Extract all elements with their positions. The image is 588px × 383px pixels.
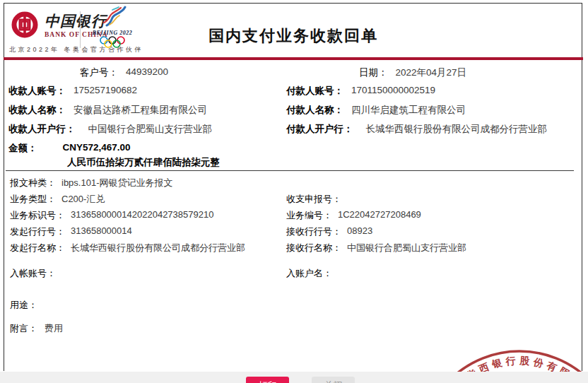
print-button[interactable]: 打印 — [246, 377, 289, 383]
payer-bank-row: 付款人开户行： 长城华西银行股份有限公司成都分行营业部 — [286, 123, 547, 136]
receipt-page: 中国银行 BANK OF CHINA BEIJING 2022 北京20 — [0, 0, 588, 383]
amount-in-words-row: 人民币伍拾柒万贰仟肆佰陆拾柒元整 — [67, 156, 220, 169]
payer-name-row: 付款人名称： 四川华启建筑工程有限公司 — [286, 104, 466, 117]
payee-name-label: 收款人名称： — [8, 104, 66, 117]
customer-number-row: 客户号： 44939200 — [80, 66, 168, 79]
send-bank-name-label: 发起行名称： — [10, 242, 65, 254]
biz-no-label: 业务编号： — [286, 209, 332, 222]
in-name-row: 入账户名： — [286, 267, 340, 280]
send-bank-name-value: 长城华西银行股份有限公司成都分行营业部 — [71, 242, 245, 254]
biz-id-value: 3136580000142022042738579210 — [71, 209, 213, 222]
amount-in-words: 人民币伍拾柒万贰仟肆佰陆拾柒元整 — [67, 156, 220, 169]
payee-account-value: 175257190682 — [74, 85, 137, 98]
message-type-row: 报文种类： ibps.101-网银贷记业务报文 — [10, 177, 172, 189]
amount-label: 金额： — [8, 142, 37, 155]
header-red-band — [4, 57, 583, 60]
biz-type-value: C200-汇兑 — [61, 193, 105, 206]
message-type-value: ibps.101-网银贷记业务报文 — [61, 177, 172, 189]
in-account-row: 入帐账号： — [10, 267, 64, 280]
payer-account-row: 付款人账号： 1701150000002519 — [286, 85, 435, 98]
send-bank-no-row: 发起行行号： 313658000014 — [10, 225, 132, 238]
in-account-label: 入帐账号： — [10, 267, 56, 280]
customer-number-label: 客户号： — [80, 66, 118, 79]
recv-bank-name-value: 中国银行合肥蜀山支行营业部 — [347, 242, 466, 254]
recv-bank-no-row: 接收行行号： 08923 — [286, 225, 372, 238]
recv-bank-name-label: 接收行名称： — [286, 242, 341, 254]
payer-account-value: 1701150000002519 — [351, 85, 435, 98]
remark-label: 附言： — [10, 322, 37, 335]
payer-name-label: 付款人名称： — [286, 104, 343, 117]
payee-bank-label: 收款人开户行： — [8, 123, 76, 136]
remark-value: 费用 — [45, 322, 63, 335]
payee-name-row: 收款人名称： 安徽昌达路桥工程集团有限公司 — [8, 104, 207, 117]
payee-bank-value: 中国银行合肥蜀山支行营业部 — [88, 123, 213, 136]
biz-type-label: 业务类型： — [10, 193, 56, 206]
purpose-row: 用途： — [10, 299, 45, 312]
remark-row: 附言： 费用 — [10, 322, 63, 335]
biz-type-row: 业务类型： C200-汇兑 — [10, 193, 105, 206]
date-value: 2022年04月27日 — [396, 66, 467, 79]
customer-number-value: 44939200 — [126, 66, 168, 79]
biz-id-row: 业务标识号： 3136580000142022042738579210 — [10, 209, 213, 222]
purpose-label: 用途： — [10, 299, 37, 312]
payer-bank-value: 长城华西银行股份有限公司成都分行营业部 — [366, 123, 548, 136]
biz-id-label: 业务标识号： — [10, 209, 65, 222]
date-label: 日期： — [359, 66, 388, 79]
bank-seal-stamp: 长城华西银行股份有限公司 — [406, 339, 588, 372]
payee-name-value: 安徽昌达路桥工程集团有限公司 — [74, 104, 207, 117]
payee-bank-row: 收款人开户行： 中国银行合肥蜀山支行营业部 — [8, 123, 212, 136]
declare-no-label: 收支申报号： — [286, 193, 341, 206]
amount-row: 金额： CNY572,467.00 — [8, 142, 131, 155]
bottom-action-bar — [0, 372, 588, 383]
biz-no-row: 业务编号： 1C22042727208469 — [286, 209, 421, 222]
amount-value: CNY572,467.00 — [63, 142, 131, 155]
close-button[interactable]: 关闭 — [312, 377, 355, 383]
page-title: 国内支付业务收款回单 — [4, 25, 583, 47]
send-bank-no-label: 发起行行号： — [10, 225, 65, 238]
payee-account-label: 收款人账号： — [8, 85, 66, 98]
biz-no-value: 1C22042727208469 — [338, 209, 421, 222]
recv-bank-no-label: 接收行行号： — [286, 225, 341, 238]
declare-no-row: 收支申报号： — [286, 193, 349, 206]
recv-bank-name-row: 接收行名称： 中国银行合肥蜀山支行营业部 — [286, 242, 466, 254]
date-row: 日期： 2022年04月27日 — [359, 66, 466, 79]
section-divider — [6, 170, 574, 171]
send-bank-name-row: 发起行名称： 长城华西银行股份有限公司成都分行营业部 — [10, 242, 245, 254]
send-bank-no-value: 313658000014 — [71, 225, 132, 238]
payer-bank-label: 付款人开户行： — [286, 123, 353, 136]
payer-name-value: 四川华启建筑工程有限公司 — [351, 104, 466, 117]
payer-account-label: 付款人账号： — [286, 85, 343, 98]
in-name-label: 入账户名： — [286, 267, 332, 280]
message-type-label: 报文种类： — [10, 177, 56, 189]
recv-bank-no-value: 08923 — [347, 225, 372, 238]
payee-account-row: 收款人账号： 175257190682 — [8, 85, 137, 98]
